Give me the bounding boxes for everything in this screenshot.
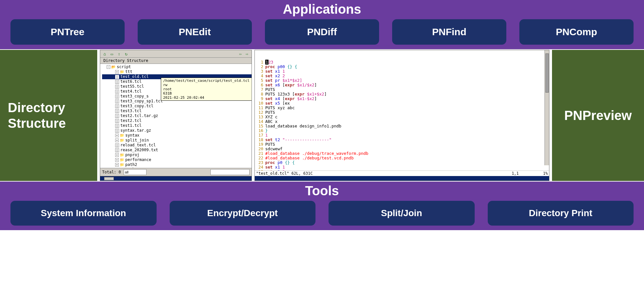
tree-status-bar: Total: 0 (100, 168, 252, 176)
directory-structure-label: Directory Structure (0, 50, 97, 181)
line-number: 11 (256, 106, 265, 110)
tree-label: test1.tcl (120, 123, 142, 128)
file-icon (115, 95, 119, 98)
book-icon[interactable]: ▭ (109, 51, 115, 56)
line-number: 22 (256, 156, 265, 160)
line-number: 21 (256, 151, 265, 156)
code-line: 19PUTS (256, 142, 548, 147)
file-icon (115, 119, 119, 123)
editor-panel: 11232proc p00 {} {3set x1 14set x2 25set… (254, 50, 549, 181)
scrollbar-thumb[interactable] (104, 177, 114, 180)
expander-icon[interactable]: + (115, 158, 119, 162)
tooltip-path: /home/test/test_case/script/test_old.tcl (163, 79, 250, 83)
code-line: 25set x2 2 (256, 170, 548, 170)
refresh-icon[interactable]: ↻ (124, 51, 129, 56)
pntree-button[interactable]: PNTree (10, 19, 125, 45)
folder-icon (120, 153, 125, 157)
expander-icon[interactable]: + (115, 134, 119, 137)
line-number: 17 (256, 133, 265, 138)
tree-label: syntax (125, 133, 139, 138)
line-number: 24 (256, 165, 265, 170)
encrypt-decrypt-button[interactable]: Encrypt/Decrypt (170, 201, 316, 226)
tools-banner: Tools System Information Encrypt/Decrypt… (0, 182, 644, 230)
tree-label: test3_copy_s (120, 94, 149, 99)
system-information-button[interactable]: System Information (10, 201, 157, 226)
pnfind-button[interactable]: PNFind (392, 19, 506, 45)
expander-icon[interactable]: + (115, 139, 119, 142)
line-number: 16 (256, 128, 265, 133)
line-number: 19 (256, 142, 265, 147)
filter-input[interactable] (124, 169, 146, 175)
tree-item[interactable]: reload_text.tcl (102, 143, 252, 148)
tree-item[interactable]: test1.tcl (102, 123, 252, 128)
tree-label: test2.tcl.tar.gz (120, 113, 158, 118)
tree-folder[interactable]: +split_join (102, 138, 252, 143)
pnedit-button[interactable]: PNEdit (138, 19, 252, 45)
tooltip-owner: root (163, 87, 250, 91)
file-tooltip: /home/test/test_case/script/test_old.tcl… (161, 78, 252, 101)
tree-item[interactable]: test3.tcl (102, 109, 252, 113)
line-number: 13 (256, 115, 265, 119)
file-icon (115, 148, 119, 152)
tree-label: test55.tcl (120, 84, 144, 89)
line-number: 9 (256, 96, 265, 101)
tree-label: test3.tcl (120, 109, 142, 113)
directory-print-button[interactable]: Directory Print (488, 201, 634, 226)
tree-root[interactable]: − script (102, 65, 252, 69)
tree-panel: ⌂ ▭ ⇧ ↻ ⇦ ⇨ Directory Structure − script… (100, 50, 252, 181)
code-area[interactable]: 11232proc p00 {} {3set x1 14set x2 25set… (255, 50, 549, 170)
code-line: 14ABC x (256, 119, 548, 124)
file-icon (115, 114, 119, 118)
code-line: 2proc p00 {} { (256, 65, 548, 69)
code-line: 4set x2 2 (256, 74, 548, 78)
pndiff-button[interactable]: PNDiff (265, 19, 379, 45)
up-arrow-icon[interactable]: ⇧ (116, 51, 122, 56)
scrollbar-thumb[interactable] (545, 53, 549, 93)
tree-item[interactable]: test3_copy.tcl (102, 104, 252, 109)
tree-folder[interactable]: +pnproj (102, 153, 252, 157)
tree-item[interactable]: test2.tcl.tar.gz (102, 113, 252, 118)
tree-item[interactable]: syntax.tar.gz (102, 128, 252, 133)
expander-icon[interactable]: − (107, 65, 110, 69)
code-line: 8PUTS 123x3 [expr $x1+$x2] (256, 92, 548, 96)
file-icon (115, 104, 119, 108)
pncomp-button[interactable]: PNComp (519, 19, 634, 45)
status-total: Total: 0 (102, 170, 121, 174)
tree-hscrollbar[interactable] (100, 176, 252, 181)
back-icon[interactable]: ⇦ (238, 51, 243, 56)
code-line: 16} (256, 128, 548, 133)
tree-folder[interactable]: +path2 (102, 162, 252, 167)
editor-vscrollbar[interactable] (544, 50, 549, 165)
file-icon (115, 75, 119, 79)
code-line: 22#load_database ./debug/test.vcd.pndb (256, 156, 548, 160)
code-line: 5set pr $x1*$x2] (256, 78, 548, 83)
applications-button-row: PNTree PNEdit PNDiff PNFind PNComp (4, 19, 640, 45)
tree-body[interactable]: − script + ttt test_old.tcl test6.tcltes… (100, 64, 252, 168)
tooltip-perm: rw (163, 83, 250, 87)
tree-folder[interactable]: +performance (102, 157, 252, 162)
line-number: 2 (256, 65, 265, 69)
tree-folder-ttt[interactable]: + ttt (102, 69, 252, 74)
tools-button-row: System Information Encrypt/Decrypt Split… (4, 201, 640, 226)
editor-hscrollbar[interactable] (255, 176, 549, 181)
expander-icon[interactable]: + (115, 163, 119, 167)
tree-folder[interactable]: +syntax (102, 133, 252, 138)
code-line: 20sdcwewf (256, 147, 548, 151)
line-number: 15 (256, 124, 265, 128)
tree-item[interactable]: test2.tcl (102, 118, 252, 123)
split-join-button[interactable]: Split/Join (329, 201, 475, 226)
expander-icon[interactable]: + (115, 153, 119, 157)
file-icon (115, 129, 119, 133)
forward-icon[interactable]: ⇨ (244, 51, 250, 56)
expander-icon[interactable]: + (115, 70, 119, 74)
line-number: 18 (256, 138, 265, 142)
tree-label: rease_202009.txt (120, 148, 158, 153)
search-input[interactable] (210, 169, 250, 175)
code-line: 9set x4 [expr $x1-$x2] (256, 96, 548, 101)
tree-item[interactable]: rease_202009.txt (102, 148, 252, 153)
home-icon[interactable]: ⌂ (102, 51, 107, 56)
folder-icon (120, 162, 125, 167)
tooltip-size: 631B (163, 91, 250, 96)
tree-folder[interactable]: +path1 (102, 167, 252, 168)
editor-status-bar: "test_old.tcl" 62L, 631C 1,1 1% (255, 170, 549, 176)
